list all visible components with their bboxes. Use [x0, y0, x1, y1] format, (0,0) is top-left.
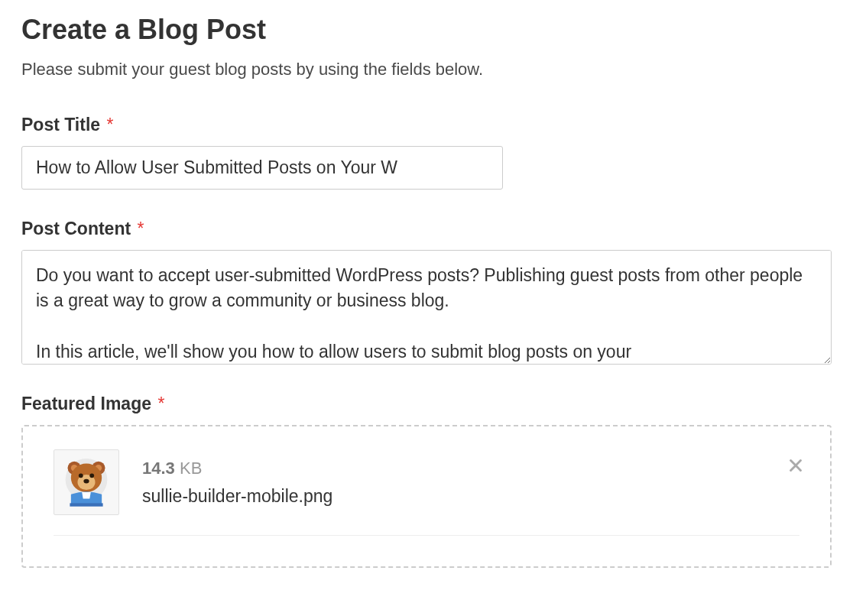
file-thumbnail — [54, 449, 119, 515]
form-title: Create a Blog Post — [21, 14, 832, 46]
file-size-unit: KB — [180, 459, 202, 478]
uploaded-file-row: 14.3 KB sullie-builder-mobile.png — [54, 449, 799, 536]
bear-avatar-icon — [59, 455, 114, 510]
svg-point-7 — [79, 473, 83, 478]
svg-point-8 — [89, 473, 94, 478]
featured-image-label: Featured Image * — [21, 394, 164, 414]
post-content-input[interactable]: Do you want to accept user-submitted Wor… — [21, 250, 832, 365]
close-icon — [787, 457, 804, 474]
label-text: Post Content — [21, 219, 131, 238]
file-size-number: 14.3 — [142, 459, 175, 478]
required-mark: * — [138, 219, 144, 238]
label-text: Post Title — [21, 115, 100, 135]
post-content-field: Post Content * Do you want to accept use… — [21, 219, 832, 365]
label-text: Featured Image — [21, 394, 151, 413]
remove-file-button[interactable] — [786, 456, 806, 475]
post-content-label: Post Content * — [21, 219, 144, 239]
file-size: 14.3 KB — [142, 459, 332, 478]
file-meta: 14.3 KB sullie-builder-mobile.png — [142, 459, 332, 507]
form-description: Please submit your guest blog posts by u… — [21, 60, 832, 79]
featured-image-field: Featured Image * — [21, 394, 832, 568]
svg-rect-10 — [70, 503, 102, 506]
required-mark: * — [157, 394, 164, 413]
upload-dropzone[interactable]: 14.3 KB sullie-builder-mobile.png — [21, 425, 832, 568]
post-title-input[interactable] — [21, 146, 503, 190]
file-name: sullie-builder-mobile.png — [142, 486, 332, 507]
svg-point-9 — [83, 479, 89, 484]
required-mark: * — [107, 115, 114, 135]
post-title-field: Post Title * — [21, 115, 832, 190]
post-title-label: Post Title * — [21, 115, 113, 135]
